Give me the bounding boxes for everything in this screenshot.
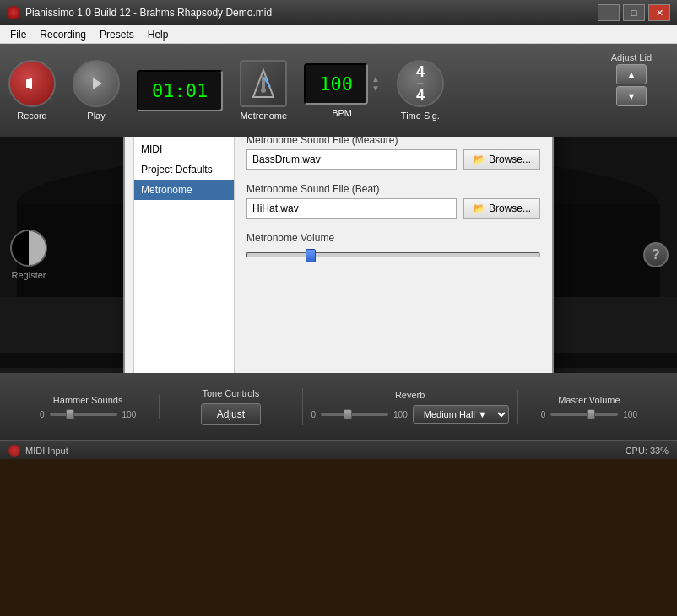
volume-slider-thumb[interactable] (306, 249, 316, 262)
close-button[interactable]: ✕ (648, 4, 670, 21)
menu-file[interactable]: File (3, 25, 33, 43)
beat-file-input[interactable] (246, 198, 457, 219)
reverb-slider[interactable] (321, 413, 388, 416)
bpm-up-arrow[interactable]: ▲ (371, 74, 380, 84)
hammer-slider[interactable] (50, 413, 117, 416)
metronome-icon (240, 60, 287, 107)
master-max: 100 (623, 410, 637, 419)
hammer-slider-thumb[interactable] (66, 409, 74, 419)
browse-icon-2: 📂 (473, 203, 485, 214)
timesig-top: 4 (416, 64, 425, 79)
tone-label: Tone Controls (202, 388, 259, 398)
lid-down-button[interactable]: ▼ (616, 86, 647, 106)
master-volume-section: Master Volume 0 100 (518, 395, 660, 419)
pref-project-defaults[interactable]: Project Defaults (134, 159, 234, 180)
measure-file-input[interactable] (246, 149, 457, 170)
adjust-lid-control: Adjust Lid ▲ ▼ (611, 52, 652, 106)
menu-presets[interactable]: Presets (93, 25, 141, 43)
volume-slider-track[interactable] (246, 252, 540, 257)
midi-label: MIDI Input (25, 446, 68, 456)
measure-browse-button[interactable]: 📂 Browse... (463, 149, 540, 170)
statusbar: MIDI Input CPU: 33% (0, 440, 677, 459)
bpm-group: 100 ▲ ▼ BPM (304, 63, 380, 118)
menu-help[interactable]: Help (141, 25, 176, 43)
bpm-display: 100 (304, 63, 368, 105)
volume-label: Metronome Volume (246, 232, 540, 244)
dialog-body: Sound Device General MIDI Project Defaul… (125, 137, 552, 373)
reverb-slider-thumb[interactable] (344, 409, 352, 419)
app-icon (7, 6, 20, 19)
maximize-button[interactable]: □ (623, 4, 645, 21)
beat-browse-button[interactable]: 📂 Browse... (463, 198, 540, 219)
master-label: Master Volume (558, 395, 620, 405)
window-controls: – □ ✕ (598, 4, 670, 21)
reverb-slider-row: 0 100 Medium Hall ▼ (311, 405, 509, 424)
hammer-max: 100 (122, 410, 137, 419)
svg-marker-1 (93, 78, 102, 89)
play-icon (73, 60, 120, 107)
master-min: 0 (541, 410, 546, 419)
pref-metronome[interactable]: Metronome (134, 180, 234, 200)
window-title: Pianissimo 1.0 Build 12 - Brahms Rhapsod… (25, 7, 598, 19)
master-slider-thumb[interactable] (587, 409, 595, 419)
reverb-max: 100 (393, 410, 408, 419)
record-icon (8, 60, 56, 107)
midi-status: MIDI Input (8, 445, 68, 457)
reverb-select[interactable]: Medium Hall ▼ (413, 405, 509, 424)
toolbar: Record Play 01:01 Metronome 100 ▲ ▼ (0, 44, 677, 137)
record-label: Record (17, 111, 46, 121)
measure-section: Metronome Sound File (Measure) 📂 Browse.… (246, 137, 540, 170)
tone-controls-section: Tone Controls Adjust (160, 388, 302, 425)
measure-label: Metronome Sound File (Measure) (246, 137, 540, 146)
master-slider[interactable] (550, 413, 618, 416)
lid-up-button[interactable]: ▲ (616, 64, 647, 84)
bpm-label: BPM (332, 108, 352, 118)
preferences-sidebar: Sound Device General MIDI Project Defaul… (133, 137, 235, 373)
pref-midi[interactable]: MIDI (134, 139, 234, 159)
cpu-usage: CPU: 33% (626, 446, 669, 456)
beat-label: Metronome Sound File (Beat) (246, 183, 540, 195)
titlebar: Pianissimo 1.0 Build 12 - Brahms Rhapsod… (0, 0, 677, 25)
record-button[interactable]: Record (8, 60, 56, 121)
play-label: Play (87, 111, 105, 121)
bottom-controls: Hammer Sounds 0 100 Tone Controls Adjust… (0, 373, 677, 440)
timesig-bottom: 4 (416, 88, 425, 103)
midi-indicator-icon (8, 445, 20, 457)
menu-recording[interactable]: Recording (33, 25, 93, 43)
hammer-sounds-section: Hammer Sounds 0 100 (17, 395, 160, 419)
hammer-label: Hammer Sounds (53, 395, 123, 405)
hammer-slider-row: 0 100 (40, 410, 136, 419)
bpm-down-arrow[interactable]: ▼ (371, 84, 380, 93)
volume-section: Metronome Volume (246, 232, 540, 257)
dialog-overlay: Mixcraft Preferences ✕ Sound Device Gene… (0, 137, 677, 373)
beat-file-row: 📂 Browse... (246, 198, 540, 219)
dialog-content-area: Metronome Metronome Sound File (Measure)… (243, 137, 544, 373)
adjust-lid-label: Adjust Lid (611, 52, 652, 62)
bpm-arrows[interactable]: ▲ ▼ (371, 74, 380, 93)
reverb-label: Reverb (395, 390, 425, 400)
beat-section: Metronome Sound File (Beat) 📂 Browse... (246, 183, 540, 219)
timesig-display: 4 ─ 4 (397, 60, 444, 107)
minimize-button[interactable]: – (598, 4, 620, 21)
measure-file-row: 📂 Browse... (246, 149, 540, 170)
reverb-section: Reverb 0 100 Medium Hall ▼ (303, 390, 518, 424)
browse-icon-1: 📂 (473, 154, 485, 165)
timesig-group: 4 ─ 4 Time Sig. (397, 60, 444, 121)
metronome-label: Metronome (240, 111, 287, 121)
time-display: 01:01 (137, 70, 223, 111)
preferences-dialog: Mixcraft Preferences ✕ Sound Device Gene… (123, 137, 554, 373)
svg-rect-0 (26, 79, 29, 88)
hammer-min: 0 (40, 410, 45, 419)
play-button[interactable]: Play (73, 60, 120, 121)
menubar: File Recording Presets Help (0, 25, 677, 44)
master-slider-row: 0 100 (541, 410, 637, 419)
piano-area: Register ? You have 14 days left in your… (0, 137, 677, 373)
svg-point-5 (261, 88, 266, 93)
reverb-min: 0 (311, 410, 317, 419)
timesig-label: Time Sig. (401, 111, 440, 121)
metronome-button[interactable]: Metronome (240, 60, 287, 121)
time-display-group: 01:01 (137, 70, 223, 111)
tone-adjust-button[interactable]: Adjust (201, 403, 261, 425)
